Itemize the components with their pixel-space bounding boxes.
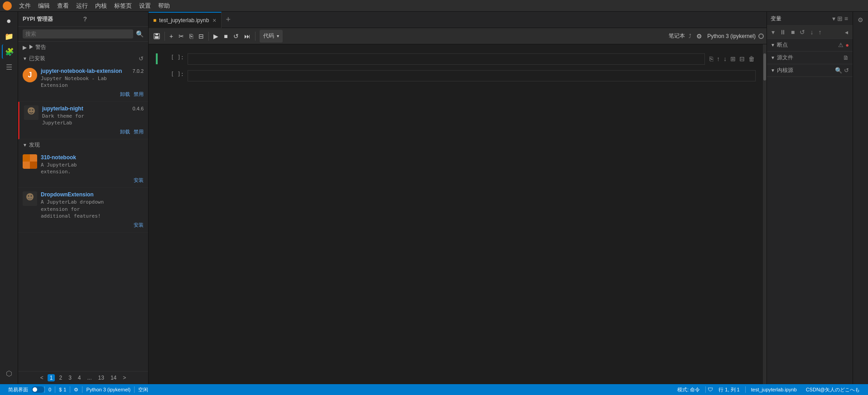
breakpoints-header[interactable]: ▼ 断点 ⚠ ● <box>767 39 853 51</box>
variable-grid-icon[interactable]: ⊞ <box>836 14 844 23</box>
source-header[interactable]: ▼ 源文件 🗎 <box>767 52 853 64</box>
rail-icon-list[interactable]: ☰ <box>2 60 16 74</box>
variable-dropdown-btn[interactable]: ▾ <box>831 14 836 23</box>
installed-section-header[interactable]: ▼ 已安装 ↺ <box>18 53 148 64</box>
pkg-name-310[interactable]: 310-notebook <box>41 154 76 161</box>
debug-step-up-btn[interactable]: ↑ <box>816 28 823 37</box>
cell-1-copy-btn[interactable]: ⎘ <box>709 54 714 63</box>
toolbar-save-btn[interactable] <box>151 30 162 43</box>
cell-1-body[interactable] <box>188 53 705 65</box>
rail-icon-extension[interactable]: ⬡ <box>2 366 16 381</box>
discover-section-header[interactable]: ▼ 发现 <box>18 139 148 151</box>
source-file-icon[interactable]: 🗎 <box>843 54 849 61</box>
pkg-uninstall-night[interactable]: 卸载 <box>120 128 130 135</box>
debug-dropdown-btn[interactable]: ▾ <box>770 28 776 37</box>
debug-step-down-btn[interactable]: ↓ <box>808 28 815 37</box>
center-area: ■ test_jupyterlab.ipynb × + + ✂ ⎘ ⊟ ▶ ■ … <box>149 12 767 384</box>
kernel-source-search-icon[interactable]: 🔍 <box>835 67 842 74</box>
kernel-status-circle <box>758 33 764 39</box>
toolbar-stop-btn[interactable]: ■ <box>222 30 230 43</box>
page-next-btn[interactable]: > <box>121 374 128 381</box>
sb-toggle-btn[interactable] <box>32 386 44 393</box>
warning-label: ▶ 警告 <box>29 43 46 51</box>
svg-rect-14 <box>155 36 159 38</box>
pkg-uninstall-jupyter[interactable]: 卸载 <box>120 91 130 98</box>
cell-1-down-btn[interactable]: ↓ <box>723 54 728 63</box>
page-4-btn[interactable]: 4 <box>76 374 83 381</box>
simple-mode-text: 简易界面 <box>8 386 28 393</box>
page-2-btn[interactable]: 2 <box>57 374 64 381</box>
installed-refresh-icon[interactable]: ↺ <box>139 55 144 62</box>
toolbar-copy-btn[interactable]: ⎘ <box>187 30 195 43</box>
pkg-desc-dropdown: A JupyterLab dropdown extension for addi… <box>41 199 144 219</box>
pkg-name-dropdown[interactable]: DropdownExtension <box>41 191 94 198</box>
debug-restart-btn[interactable]: ↺ <box>798 28 807 37</box>
cell-1-delete-btn[interactable]: 🗑 <box>747 54 756 63</box>
toolbar-add-btn[interactable]: + <box>167 30 175 43</box>
menu-run[interactable]: 运行 <box>72 1 92 11</box>
toolbar-restart-btn[interactable]: ↺ <box>231 30 241 43</box>
source-section: ▼ 源文件 🗎 <box>767 52 853 64</box>
pkg-install-dropdown[interactable]: 安装 <box>134 222 144 228</box>
cell-type-dropdown[interactable]: 代码 ▾ <box>260 30 283 43</box>
rail-icon-puzzle[interactable]: 🧩 <box>2 44 16 59</box>
tab-add-btn[interactable]: + <box>222 12 236 28</box>
search-icon[interactable]: 🔍 <box>136 30 144 38</box>
notebook-scrollbar[interactable] <box>763 44 767 384</box>
scrollbar-thumb <box>763 53 766 81</box>
page-13-btn[interactable]: 13 <box>96 374 106 381</box>
debug-collapse-btn[interactable]: ◂ <box>843 28 850 37</box>
pkg-name-night[interactable]: jupyterlab-night <box>42 105 83 112</box>
menu-kernel[interactable]: 内核 <box>92 1 111 11</box>
debug-pause-btn[interactable]: ⏸ <box>778 28 788 37</box>
page-prev-btn[interactable]: < <box>38 374 46 381</box>
toolbar-settings-btn[interactable]: ⚙ <box>694 30 704 43</box>
cell-1-add-btn[interactable]: ⊞ <box>729 54 737 63</box>
notebook-export-icon[interactable]: ⤴ <box>689 33 691 39</box>
notebook-content[interactable]: [ ]: ⎘ ↑ ↓ ⊞ ⊟ 🗑 [ ]: <box>149 44 763 384</box>
sb-gear-item[interactable]: ⚙ <box>70 387 82 393</box>
page-3-btn[interactable]: 3 <box>66 374 74 381</box>
toolbar-run-btn[interactable]: ▶ <box>211 30 221 43</box>
menu-settings[interactable]: 设置 <box>135 1 154 11</box>
tab-close-btn[interactable]: × <box>212 17 216 24</box>
pkg-disable-jupyter[interactable]: 禁用 <box>134 91 144 98</box>
kernel-source-refresh-icon[interactable]: ↺ <box>844 67 849 74</box>
search-input[interactable] <box>23 29 133 38</box>
pkg-install-310[interactable]: 安装 <box>134 177 144 184</box>
right-panel: 变量 ▾ ⊞ ≡ ▾ ⏸ ■ ↺ ↓ ↑ ◂ ▼ 断点 ⚠ ● <box>767 12 853 384</box>
cell-type-label: 代码 <box>263 32 274 40</box>
pkg-disable-night[interactable]: 禁用 <box>134 128 144 135</box>
cell-1-remove-btn[interactable]: ⊟ <box>738 54 746 63</box>
debug-stop-btn[interactable]: ■ <box>789 28 796 37</box>
rail-icon-folder[interactable]: 📁 <box>2 29 16 43</box>
menu-view[interactable]: 查看 <box>53 1 72 11</box>
kernel-source-header[interactable]: ▼ 内核源 🔍 ↺ <box>767 64 853 76</box>
cell-2-body[interactable] <box>188 70 756 81</box>
notebook-tab[interactable]: ■ test_jupyterlab.ipynb × <box>149 12 222 28</box>
right-rail-settings-icon[interactable]: ⚙ <box>854 14 867 26</box>
menu-help[interactable]: 帮助 <box>154 1 174 11</box>
menu-edit[interactable]: 编辑 <box>34 1 53 11</box>
sb-toggle-dot <box>33 387 37 392</box>
tab-icon: ■ <box>153 17 156 24</box>
breakpoints-warning-icon[interactable]: ⚠ <box>838 42 844 48</box>
panel-help-icon[interactable]: ? <box>82 14 144 24</box>
breakpoints-circle-icon[interactable]: ● <box>845 42 849 48</box>
pkg-name-jupyter[interactable]: jupyter-notebook-lab-extension <box>41 68 122 74</box>
toolbar-skip-btn[interactable]: ⏭ <box>242 30 253 43</box>
rail-icon-circle[interactable]: ● <box>2 14 16 28</box>
notebook-label-btn[interactable]: 笔记本 <box>669 32 685 40</box>
cell-2-indicator <box>156 70 158 81</box>
page-1-btn[interactable]: 1 <box>48 374 55 381</box>
variable-menu-icon[interactable]: ≡ <box>844 14 849 23</box>
menu-tabs[interactable]: 标签页 <box>111 1 135 11</box>
page-14-btn[interactable]: 14 <box>108 374 119 381</box>
toolbar-cut-btn[interactable]: ✂ <box>176 30 186 43</box>
toolbar-sep-1 <box>164 32 165 41</box>
warning-section[interactable]: ▶ ▶ 警告 <box>18 42 148 53</box>
cell-1-up-btn[interactable]: ↑ <box>716 54 721 63</box>
menu-file[interactable]: 文件 <box>15 1 34 11</box>
toolbar-paste-btn[interactable]: ⊟ <box>196 30 206 43</box>
pkg-avatar-night <box>24 105 39 120</box>
